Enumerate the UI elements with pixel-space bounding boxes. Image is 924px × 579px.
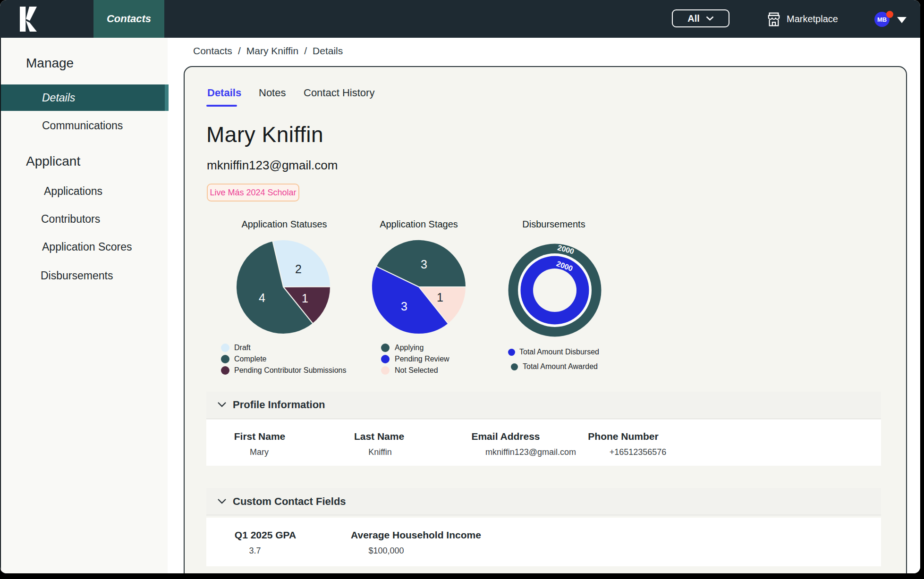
svg-text:3: 3: [421, 258, 427, 271]
svg-text:3: 3: [401, 300, 407, 313]
svg-text:1: 1: [302, 292, 308, 305]
svg-text:4: 4: [259, 291, 265, 304]
svg-text:1: 1: [437, 291, 443, 304]
svg-text:2: 2: [295, 262, 302, 276]
